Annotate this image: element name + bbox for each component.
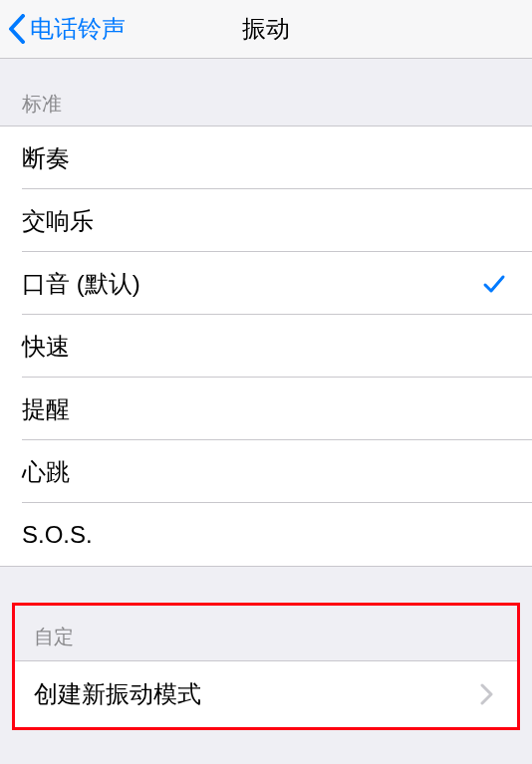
vibration-option-staccato[interactable]: 断奏 (0, 127, 532, 189)
back-button[interactable]: 电话铃声 (0, 13, 126, 45)
standard-vibration-list: 断奏 交响乐 口音 (默认) 快速 提醒 心跳 S.O.S. (0, 126, 532, 567)
vibration-option-heartbeat[interactable]: 心跳 (0, 440, 532, 503)
list-item-label: 断奏 (22, 142, 510, 174)
nav-title: 振动 (242, 13, 290, 45)
custom-vibration-list: 创建新振动模式 (15, 660, 517, 727)
list-item-label: 快速 (22, 331, 510, 363)
chevron-left-icon (8, 14, 26, 44)
list-item-label: 提醒 (22, 393, 510, 425)
list-item-label: S.O.S. (22, 521, 510, 549)
section-header-custom: 自定 (15, 606, 517, 660)
chevron-right-icon (480, 683, 494, 705)
list-item-label: 创建新振动模式 (34, 678, 480, 710)
list-item-label: 口音 (默认) (22, 268, 482, 300)
vibration-option-accent-default[interactable]: 口音 (默认) (0, 252, 532, 315)
list-item-label: 心跳 (22, 456, 510, 488)
list-item-label: 交响乐 (22, 205, 510, 237)
vibration-option-alert[interactable]: 提醒 (0, 378, 532, 440)
vibration-option-sos[interactable]: S.O.S. (0, 503, 532, 566)
vibration-option-symphony[interactable]: 交响乐 (0, 189, 532, 252)
section-header-standard: 标准 (0, 59, 532, 126)
highlight-box: 自定 创建新振动模式 (12, 603, 520, 730)
nav-bar: 电话铃声 振动 (0, 0, 532, 59)
checkmark-icon (482, 272, 506, 296)
back-label: 电话铃声 (30, 13, 126, 45)
vibration-option-quick[interactable]: 快速 (0, 315, 532, 378)
create-new-vibration-button[interactable]: 创建新振动模式 (15, 661, 517, 727)
